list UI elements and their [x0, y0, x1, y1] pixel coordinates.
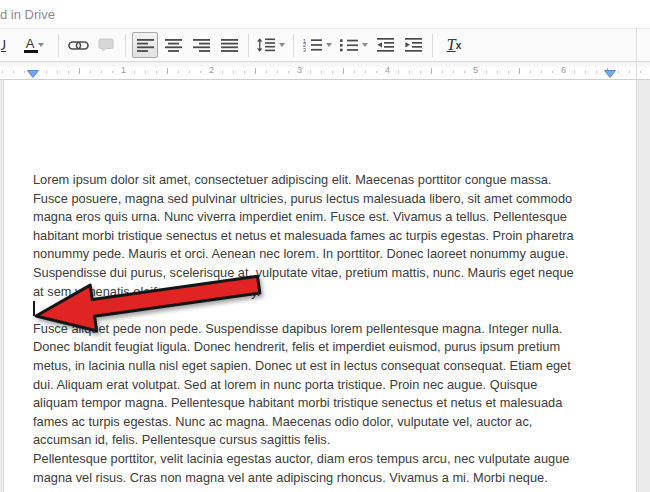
align-right-icon	[193, 39, 210, 52]
increase-indent-button[interactable]	[400, 32, 426, 58]
clear-formatting-button[interactable]: Tx	[439, 32, 469, 58]
ruler-tick	[365, 71, 366, 73]
toolbar-separator	[248, 34, 249, 57]
ruler-tick	[200, 71, 201, 73]
ruler-tick	[409, 71, 410, 73]
panel-divider	[636, 28, 637, 80]
indent-marker-right[interactable]	[604, 70, 616, 78]
ruler-number: 3	[297, 65, 302, 75]
ruler-tick	[640, 71, 641, 73]
ruler-number: 2	[209, 65, 214, 75]
chevron-down-icon	[279, 43, 285, 47]
text-line[interactable]: metus, in lacinia nulla nisl eget sapien…	[33, 357, 616, 376]
ruler-tick	[266, 71, 267, 73]
chevron-down-icon	[362, 43, 368, 47]
align-justify-icon	[221, 39, 238, 52]
ruler-tick	[156, 71, 157, 73]
ruler-tick	[596, 71, 597, 73]
align-justify-button[interactable]	[216, 32, 242, 58]
ruler-tick	[354, 71, 355, 73]
text-color-button[interactable]: A	[18, 32, 52, 58]
ruler-number: 5	[473, 65, 478, 75]
ruler-tick	[343, 68, 344, 74]
ruler-tick	[2, 71, 3, 73]
ruler[interactable]: 123456	[0, 62, 650, 80]
text-line[interactable]: Fusce posuere, magna sed pulvinar ultric…	[33, 190, 616, 209]
insert-link-button[interactable]	[65, 32, 91, 58]
ruler-tick	[112, 71, 113, 73]
text-line[interactable]: Donec blandit feugiat ligula. Donec hend…	[33, 338, 616, 357]
ruler-tick	[552, 71, 553, 73]
ruler-tick	[310, 71, 311, 73]
ruler-number: 1	[121, 65, 126, 75]
ruler-tick	[90, 71, 91, 73]
ruler-tick	[629, 71, 630, 73]
underline-button[interactable]: U	[0, 32, 16, 58]
ruler-tick	[574, 71, 575, 73]
text-line[interactable]: nonummy pede. Mauris et orci. Aenean nec…	[33, 245, 616, 264]
text-line[interactable]: magna vel risus. Cras non magna vel ante…	[33, 469, 616, 488]
text-line[interactable]: habitant morbi tristique senectus et net…	[33, 227, 616, 246]
ruler-tick	[145, 71, 146, 73]
underline-icon: U	[1, 36, 13, 54]
align-left-button[interactable]	[132, 32, 158, 58]
toolbar-separator	[125, 34, 126, 57]
add-comment-button[interactable]	[93, 32, 119, 58]
ruler-number: 6	[561, 65, 566, 75]
ruler-tick	[321, 71, 322, 73]
header-bar: d in Drive	[0, 0, 650, 28]
ruler-tick	[464, 71, 465, 73]
ruler-tick	[134, 71, 135, 73]
ruler-tick	[530, 71, 531, 73]
ruler-tick	[79, 68, 80, 74]
ruler-tick	[519, 68, 520, 74]
text-line[interactable]: accumsan id, felis. Pellentesque cursus …	[33, 431, 616, 450]
ruler-tick	[277, 71, 278, 73]
clear-formatting-icon: T	[447, 36, 456, 54]
line-spacing-icon	[257, 38, 275, 52]
ruler-tick	[497, 71, 498, 73]
chevron-down-icon	[38, 43, 44, 47]
ruler-tick	[332, 71, 333, 73]
toolbar-separator	[432, 34, 433, 57]
ruler-tick	[24, 71, 25, 73]
ruler-tick	[398, 71, 399, 73]
text-line[interactable]: dui. Aliquam erat volutpat. Sed at lorem…	[33, 376, 616, 395]
ruler-tick	[255, 68, 256, 74]
text-line[interactable]: fames ac turpis egestas. Nunc ac magna. …	[33, 413, 616, 432]
align-left-icon	[137, 39, 154, 52]
indent-marker-left[interactable]	[27, 70, 39, 78]
bulleted-list-icon	[339, 38, 358, 52]
text-line[interactable]: magna eros quis urna. Nunc viverra imper…	[33, 208, 616, 227]
red-arrow-shape	[36, 276, 260, 330]
toolbar: U A	[0, 28, 650, 62]
decrease-indent-button[interactable]	[372, 32, 398, 58]
ruler-tick	[167, 68, 168, 74]
red-arrow-annotation	[24, 272, 264, 336]
ruler-tick	[376, 71, 377, 73]
ruler-tick	[13, 71, 14, 73]
align-center-button[interactable]	[160, 32, 186, 58]
text-line[interactable]: Lorem ipsum dolor sit amet, consectetuer…	[33, 171, 616, 190]
ruler-tick	[442, 71, 443, 73]
chevron-down-icon	[326, 43, 332, 47]
ruler-tick	[178, 71, 179, 73]
increase-indent-icon	[405, 38, 422, 52]
ruler-number: 4	[385, 65, 390, 75]
ruler-tick	[486, 71, 487, 73]
text-line[interactable]: Pellentesque porttitor, velit lacinia eg…	[33, 450, 616, 469]
numbered-list-button[interactable]: 1 2 3	[300, 32, 334, 58]
text-color-icon: A	[26, 36, 35, 51]
ruler-tick	[46, 71, 47, 73]
numbered-list-icon: 1 2 3	[303, 38, 322, 52]
ruler-tick	[68, 71, 69, 73]
ruler-tick	[222, 71, 223, 73]
align-right-button[interactable]	[188, 32, 214, 58]
ruler-tick	[244, 71, 245, 73]
line-spacing-button[interactable]	[255, 32, 287, 58]
align-center-icon	[165, 39, 182, 52]
text-line[interactable]: aliquam tempor magna. Pellentesque habit…	[33, 394, 616, 413]
link-icon	[68, 40, 89, 51]
bulleted-list-button[interactable]	[336, 32, 370, 58]
ruler-tick	[585, 71, 586, 73]
